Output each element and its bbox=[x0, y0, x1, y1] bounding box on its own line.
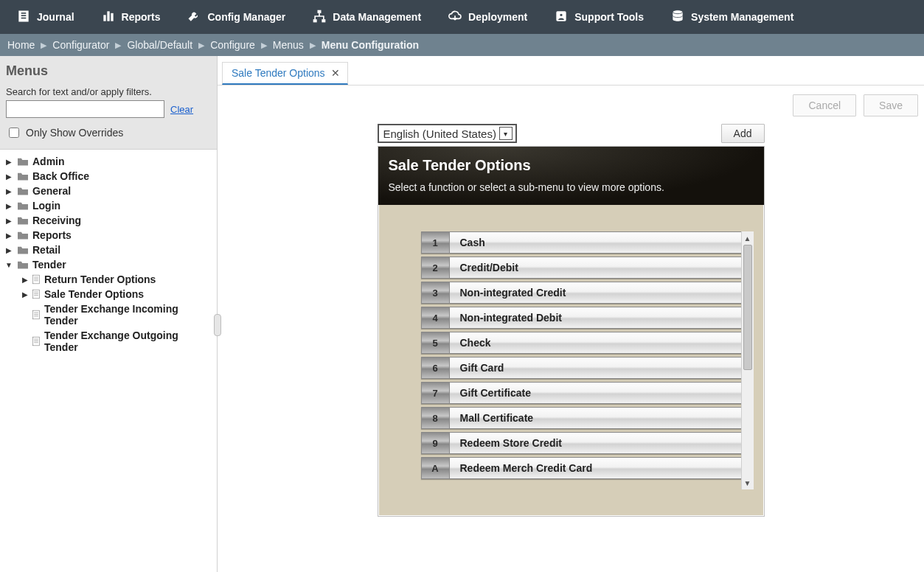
menu-item-list: 1Cash2Credit/Debit3Non-integrated Credit… bbox=[421, 231, 743, 479]
tree-folder-back-office[interactable]: ▶Back Office bbox=[3, 169, 214, 184]
menu-item-redeem-store-credit[interactable]: 9Redeem Store Credit bbox=[421, 432, 743, 454]
card-subtitle: Select a function or select a sub-menu t… bbox=[389, 181, 754, 193]
tab-close-icon[interactable]: ✕ bbox=[331, 67, 340, 79]
tree-folder-receiving[interactable]: ▶Receiving bbox=[3, 213, 214, 228]
menu-item-label: Check bbox=[450, 337, 491, 349]
menu-item-redeem-merch-credit-card[interactable]: ARedeem Merch Credit Card bbox=[421, 457, 743, 479]
nav-data-management[interactable]: Data Management bbox=[299, 0, 434, 34]
menu-item-key: 3 bbox=[422, 282, 450, 303]
svg-rect-26 bbox=[32, 337, 39, 346]
nav-journal[interactable]: Journal bbox=[3, 0, 88, 34]
menu-item-check[interactable]: 5Check bbox=[421, 332, 743, 354]
tree-folder-tender[interactable]: ▼Tender bbox=[3, 257, 214, 272]
breadcrumb-separator-icon: ▶ bbox=[308, 41, 317, 50]
menu-item-gift-certificate[interactable]: 7Gift Certificate bbox=[421, 382, 743, 404]
nav-system-management[interactable]: System Management bbox=[657, 0, 807, 34]
breadcrumb-global-default[interactable]: Global/Default bbox=[122, 39, 197, 51]
menu-preview-card: Sale Tender Options Select a function or… bbox=[378, 146, 765, 517]
svg-rect-9 bbox=[322, 19, 326, 22]
db-icon bbox=[670, 9, 691, 26]
svg-rect-5 bbox=[107, 11, 109, 21]
svg-rect-14 bbox=[32, 275, 39, 284]
chevron-right-icon: ▶ bbox=[4, 187, 13, 195]
tree-folder-admin[interactable]: ▶Admin bbox=[3, 154, 214, 169]
chevron-right-icon: ▶ bbox=[4, 246, 13, 254]
tree-folder-general[interactable]: ▶General bbox=[3, 184, 214, 198]
card-title: Sale Tender Options bbox=[389, 157, 754, 174]
chevron-right-icon: ▶ bbox=[4, 172, 13, 181]
only-show-overrides-checkbox[interactable] bbox=[9, 128, 19, 138]
menu-item-key: A bbox=[422, 458, 450, 478]
menu-item-label: Mall Certificate bbox=[450, 412, 534, 424]
breadcrumb: Home▶Configurator▶Global/Default▶Configu… bbox=[0, 34, 924, 56]
svg-point-11 bbox=[560, 13, 563, 16]
cancel-button[interactable]: Cancel bbox=[793, 94, 856, 116]
breadcrumb-separator-icon: ▶ bbox=[260, 41, 268, 50]
breadcrumb-separator-icon: ▶ bbox=[39, 41, 48, 50]
save-button[interactable]: Save bbox=[864, 94, 918, 116]
breadcrumb-configurator[interactable]: Configurator bbox=[48, 39, 114, 51]
tab-sale-tender-options[interactable]: Sale Tender Options ✕ bbox=[222, 62, 348, 85]
menu-item-label: Credit/Debit bbox=[450, 262, 518, 273]
left-panel-title: Menus bbox=[6, 63, 211, 79]
tree-folder-retail[interactable]: ▶Retail bbox=[3, 243, 214, 257]
svg-rect-22 bbox=[32, 310, 39, 319]
tree-folder-login[interactable]: ▶Login bbox=[3, 198, 214, 213]
search-input[interactable] bbox=[6, 100, 164, 118]
breadcrumb-configure[interactable]: Configure bbox=[206, 39, 260, 51]
menu-item-non-integrated-credit[interactable]: 3Non-integrated Credit bbox=[421, 282, 743, 304]
menu-item-key: 2 bbox=[422, 257, 450, 278]
svg-rect-6 bbox=[111, 13, 113, 21]
menu-item-gift-card[interactable]: 6Gift Card bbox=[421, 357, 743, 379]
menu-item-label: Redeem Merch Credit Card bbox=[450, 462, 593, 474]
nav-config-manager[interactable]: Config Manager bbox=[173, 0, 299, 34]
badge-icon bbox=[554, 9, 574, 26]
wrench-icon bbox=[187, 9, 207, 26]
breadcrumb-separator-icon: ▶ bbox=[114, 41, 122, 50]
chevron-right-icon: ▶ bbox=[4, 202, 13, 210]
svg-rect-4 bbox=[103, 15, 105, 21]
chevron-right-icon: ▶ bbox=[4, 158, 13, 166]
tree-item-sale-tender-options[interactable]: ▶Sale Tender Options bbox=[19, 287, 214, 301]
menu-item-non-integrated-debit[interactable]: 4Non-integrated Debit bbox=[421, 307, 743, 329]
menu-item-key: 5 bbox=[422, 332, 450, 353]
nav-reports[interactable]: Reports bbox=[88, 0, 174, 34]
menu-item-key: 7 bbox=[422, 383, 450, 403]
only-show-overrides-label: Only Show Overrides bbox=[26, 127, 123, 139]
menu-item-key: 6 bbox=[422, 358, 450, 378]
breadcrumb-menus[interactable]: Menus bbox=[268, 39, 308, 51]
breadcrumb-menu-configuration: Menu Configuration bbox=[317, 39, 423, 51]
scroll-up-icon[interactable]: ▲ bbox=[742, 231, 754, 245]
chevron-right-icon: ▶ bbox=[4, 231, 13, 240]
menu-item-label: Gift Card bbox=[450, 362, 504, 374]
clear-link[interactable]: Clear bbox=[170, 104, 193, 115]
svg-rect-18 bbox=[32, 290, 39, 299]
language-select[interactable]: English (United States) ▾ bbox=[378, 124, 517, 143]
breadcrumb-separator-icon: ▶ bbox=[197, 41, 206, 50]
menu-item-label: Cash bbox=[450, 237, 485, 248]
tree-item-tender-exchange-outgoing-tender[interactable]: Tender Exchange Outgoing Tender bbox=[19, 328, 214, 355]
chevron-down-icon: ▼ bbox=[4, 261, 13, 269]
tree-item-return-tender-options[interactable]: ▶Return Tender Options bbox=[19, 272, 214, 287]
scrollbar[interactable]: ▲ ▼ bbox=[741, 231, 754, 489]
hierarchy-icon bbox=[312, 9, 333, 26]
menu-item-mall-certificate[interactable]: 8Mall Certificate bbox=[421, 407, 743, 429]
scroll-thumb[interactable] bbox=[743, 245, 752, 370]
scroll-down-icon[interactable]: ▼ bbox=[742, 476, 754, 489]
menu-item-label: Gift Certificate bbox=[450, 387, 531, 399]
menu-item-cash[interactable]: 1Cash bbox=[421, 231, 743, 254]
language-select-value: English (United States) bbox=[383, 128, 496, 140]
right-panel: Sale Tender Options ✕ Cancel Save Englis… bbox=[218, 56, 924, 572]
only-show-overrides-row[interactable]: Only Show Overrides bbox=[6, 125, 211, 140]
breadcrumb-home[interactable]: Home bbox=[3, 39, 39, 51]
menu-item-key: 4 bbox=[422, 307, 450, 328]
nav-support-tools[interactable]: Support Tools bbox=[541, 0, 657, 34]
menu-item-key: 1 bbox=[422, 232, 450, 253]
tree-folder-reports[interactable]: ▶Reports bbox=[3, 228, 214, 243]
add-button[interactable]: Add bbox=[721, 124, 765, 143]
bars-icon bbox=[101, 9, 122, 26]
menu-item-credit-debit[interactable]: 2Credit/Debit bbox=[421, 257, 743, 279]
tree-item-tender-exchange-incoming-tender[interactable]: Tender Exchange Incoming Tender bbox=[19, 301, 214, 328]
cloud-down-icon bbox=[448, 9, 468, 26]
nav-deployment[interactable]: Deployment bbox=[434, 0, 541, 34]
